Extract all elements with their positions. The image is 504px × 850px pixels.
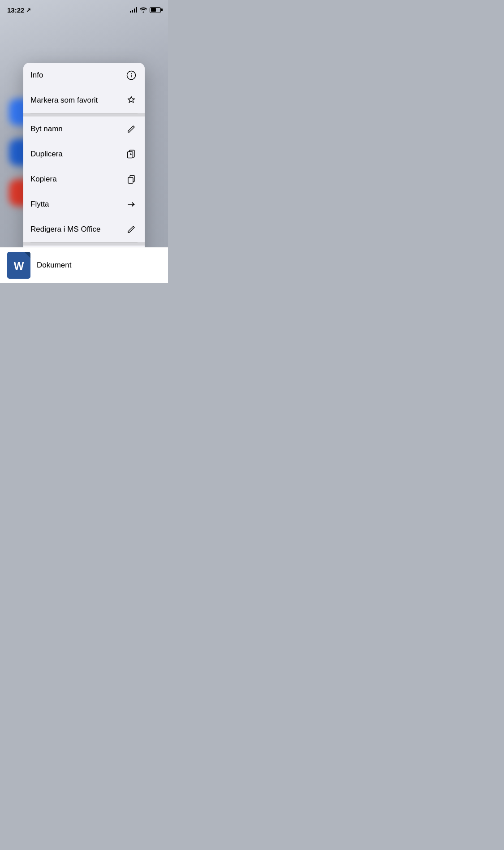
- signal-bar-4: [136, 7, 137, 13]
- copy-icon: [125, 174, 138, 184]
- wifi-icon: [140, 7, 147, 13]
- menu-label-rename: Byt namn: [30, 125, 63, 134]
- signal-bar-2: [132, 10, 133, 13]
- status-time: 13:22 ↗: [7, 6, 31, 14]
- menu-group-separator-2: [23, 242, 145, 246]
- word-letter: W: [14, 260, 24, 272]
- menu-group-separator-1: [23, 113, 145, 116]
- menu-item-info[interactable]: Info: [23, 63, 145, 88]
- location-icon: ↗: [26, 7, 31, 13]
- battery-fill: [151, 8, 156, 12]
- file-name: Dokument: [37, 261, 71, 270]
- svg-rect-6: [128, 177, 133, 183]
- menu-label-info: Info: [30, 71, 43, 80]
- file-bar: W Dokument: [0, 247, 168, 283]
- menu-item-rename[interactable]: Byt namn: [23, 116, 145, 142]
- status-bar: 13:22 ↗: [0, 0, 168, 20]
- time-label: 13:22: [7, 6, 24, 14]
- menu-item-duplicate[interactable]: Duplicera: [23, 142, 145, 167]
- menu-item-edit-office[interactable]: Redigera i MS Office: [23, 217, 145, 242]
- menu-label-favorite: Markera som favorit: [30, 96, 98, 105]
- menu-item-copy[interactable]: Kopiera: [23, 167, 145, 192]
- word-file-icon: W: [7, 252, 30, 279]
- svg-rect-1: [131, 75, 132, 78]
- battery-icon: [150, 7, 161, 13]
- menu-label-copy: Kopiera: [30, 175, 57, 184]
- info-icon: [125, 70, 138, 80]
- svg-point-2: [131, 73, 132, 74]
- menu-label-move: Flytta: [30, 200, 49, 209]
- svg-rect-3: [128, 152, 133, 158]
- pencil-icon-rename: [125, 125, 138, 134]
- menu-item-favorite[interactable]: Markera som favorit: [23, 88, 145, 113]
- menu-label-edit-office: Redigera i MS Office: [30, 225, 101, 234]
- move-icon: [125, 199, 138, 209]
- duplicate-icon: [125, 149, 138, 159]
- status-icons: [130, 7, 161, 13]
- signal-bar-3: [134, 9, 135, 13]
- signal-bar-1: [130, 11, 131, 13]
- signal-bars: [130, 7, 138, 13]
- pencil-icon-office: [125, 225, 138, 234]
- star-icon: [125, 95, 138, 105]
- menu-item-move[interactable]: Flytta: [23, 192, 145, 217]
- menu-label-duplicate: Duplicera: [30, 150, 63, 159]
